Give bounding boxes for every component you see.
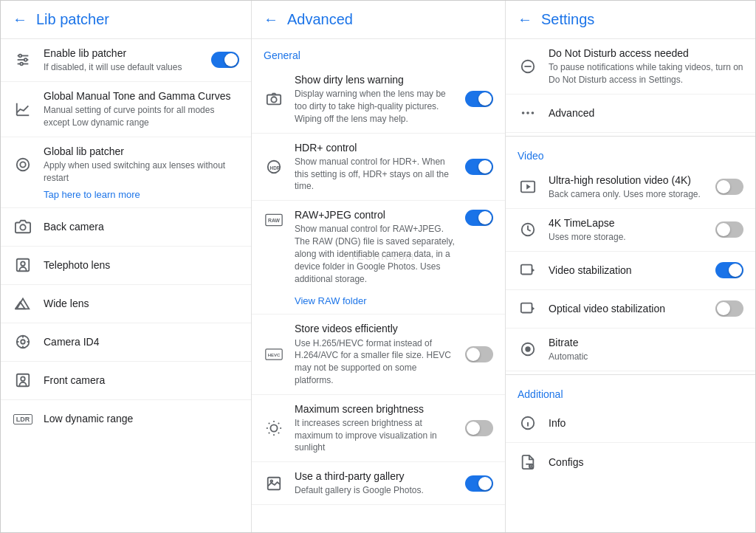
right-video-section: Video xyxy=(506,140,755,166)
wide-lens-text: Wide lens xyxy=(44,297,239,310)
store-videos-toggle[interactable] xyxy=(465,346,493,362)
minus-circle-icon xyxy=(518,56,538,77)
global-manual-tone-desc: Manual setting of curve points for all m… xyxy=(44,104,239,129)
portrait2-icon xyxy=(13,370,33,391)
dirty-lens-desc: Display warning when the lens may be too… xyxy=(295,88,458,125)
hdr-control-row[interactable]: HDR HDR+ control Show manual control for… xyxy=(252,134,505,202)
info-title: Info xyxy=(549,416,743,430)
svg-point-12 xyxy=(21,261,25,266)
raw-jpeg-row[interactable]: RAW RAW+JPEG control Show manual control… xyxy=(252,201,505,292)
raw-jpeg-text: RAW+JPEG control Show manual control for… xyxy=(295,208,458,285)
bitrate-row[interactable]: Bitrate Automatic xyxy=(506,329,755,371)
tap-to-learn-more-link[interactable]: Tap here to learn more xyxy=(1,185,251,208)
camera-id4-title: Camera ID4 xyxy=(44,335,239,348)
svg-line-34 xyxy=(269,423,269,424)
global-manual-tone-text: Global Manual Tone and Gamma Curves Manu… xyxy=(44,89,239,129)
max-brightness-text: Maximum screen brightness It increases s… xyxy=(295,402,458,455)
global-manual-tone-title: Global Manual Tone and Gamma Curves xyxy=(44,89,239,103)
do-not-disturb-row[interactable]: Do Not Disturb access needed To pause no… xyxy=(506,39,755,94)
hdr-control-text: HDR+ control Show manual control for HDR… xyxy=(295,141,458,193)
wide-lens-row[interactable]: Wide lens xyxy=(1,285,251,323)
configs-row[interactable]: Configs xyxy=(506,443,755,481)
svg-point-24 xyxy=(271,97,276,103)
store-videos-title: Store videos efficiently xyxy=(295,322,458,335)
raw-jpeg-toggle[interactable] xyxy=(465,210,493,226)
video-stabilization-toggle[interactable] xyxy=(715,262,743,278)
svg-point-45 xyxy=(526,111,529,114)
third-party-gallery-text: Use a third-party gallery Default galler… xyxy=(295,470,458,497)
dirty-lens-row[interactable]: Show dirty lens warning Display warning … xyxy=(252,66,505,134)
svg-point-9 xyxy=(20,162,25,167)
advanced-text: Advanced xyxy=(549,106,743,120)
svg-point-44 xyxy=(522,111,525,114)
sliders-icon xyxy=(13,49,33,70)
back-camera-text: Back camera xyxy=(44,220,239,233)
svg-rect-52 xyxy=(521,303,532,313)
video-stab-icon xyxy=(518,260,538,281)
info-row[interactable]: Info xyxy=(506,405,755,443)
configs-text: Configs xyxy=(549,455,743,469)
dirty-lens-toggle[interactable] xyxy=(465,91,493,107)
settings-circle-icon xyxy=(13,331,33,352)
low-dynamic-range-title: Low dynamic range xyxy=(44,412,239,425)
hdr-control-toggle[interactable] xyxy=(465,159,493,175)
view-raw-folder-link[interactable]: View RAW folder xyxy=(252,292,505,314)
right-back-button[interactable]: ← xyxy=(518,11,532,28)
optical-video-stab-text: Optical video stabilization xyxy=(549,302,708,315)
do-not-disturb-title: Do Not Disturb access needed xyxy=(549,47,743,60)
camera-icon xyxy=(13,216,33,237)
info-text: Info xyxy=(549,416,743,430)
svg-point-46 xyxy=(532,111,535,114)
max-brightness-title: Maximum screen brightness xyxy=(295,402,458,416)
svg-point-8 xyxy=(17,158,30,171)
video-frame-icon xyxy=(518,176,538,197)
max-brightness-row[interactable]: Maximum screen brightness It increases s… xyxy=(252,395,505,463)
uhd-4k-toggle[interactable] xyxy=(715,179,743,195)
info-circle-icon xyxy=(518,413,538,433)
third-party-gallery-toggle[interactable] xyxy=(465,475,493,492)
global-manual-tone-row[interactable]: Global Manual Tone and Gamma Curves Manu… xyxy=(1,82,251,137)
4k-timelapse-row[interactable]: 4K TimeLapse Uses more storage. xyxy=(506,209,755,252)
max-brightness-toggle[interactable] xyxy=(465,420,493,436)
front-camera-row[interactable]: Front camera xyxy=(1,362,251,400)
camera-id4-row[interactable]: Camera ID4 xyxy=(1,323,251,362)
4k-timelapse-desc: Uses more storage. xyxy=(549,231,708,244)
telephoto-lens-row[interactable]: Telephoto lens xyxy=(1,247,251,285)
video-stabilization-row[interactable]: Video stabilization xyxy=(506,252,755,290)
4k-timelapse-toggle[interactable] xyxy=(715,221,743,238)
optical-video-stab-toggle[interactable] xyxy=(715,300,743,317)
advanced-row[interactable]: Advanced xyxy=(506,94,755,133)
svg-point-31 xyxy=(270,424,277,431)
optical-video-stab-row[interactable]: Optical video stabilization xyxy=(506,290,755,329)
config-file-icon xyxy=(518,452,538,472)
raw-badge-icon: RAW xyxy=(264,210,284,230)
store-videos-row[interactable]: HEVC Store videos efficiently Use H.265/… xyxy=(252,314,505,394)
svg-marker-53 xyxy=(532,307,535,312)
global-lib-patcher-text: Global lib patcher Apply when used switc… xyxy=(44,145,239,185)
left-back-button[interactable]: ← xyxy=(13,11,27,28)
enable-lib-patcher-toggle[interactable] xyxy=(211,52,239,68)
uhd-4k-row[interactable]: Ultra-high resolution video (4K) Back ca… xyxy=(506,166,755,209)
third-party-gallery-row[interactable]: Use a third-party gallery Default galler… xyxy=(252,462,505,505)
bitrate-title: Bitrate xyxy=(549,336,743,349)
wide-lens-title: Wide lens xyxy=(44,297,239,310)
third-party-gallery-desc: Default gallery is Google Photos. xyxy=(295,484,458,497)
trend-icon xyxy=(13,99,33,120)
telephoto-lens-text: Telephoto lens xyxy=(44,258,239,272)
video-stabilization-text: Video stabilization xyxy=(549,264,708,277)
low-dynamic-range-row[interactable]: LDR Low dynamic range xyxy=(1,400,251,439)
enable-lib-patcher-row[interactable]: Enable lib patcher If disabled, it will … xyxy=(1,39,251,82)
back-camera-row[interactable]: Back camera xyxy=(1,208,251,247)
svg-point-41 xyxy=(270,480,272,482)
timelapse-icon xyxy=(518,219,538,240)
4k-timelapse-title: 4K TimeLapse xyxy=(549,216,708,230)
svg-rect-50 xyxy=(521,265,532,275)
front-camera-text: Front camera xyxy=(44,374,239,387)
global-lib-patcher-desc: Apply when used switching aux lenses wit… xyxy=(44,159,239,185)
global-lib-patcher-row[interactable]: Global lib patcher Apply when used switc… xyxy=(1,137,251,185)
raw-jpeg-desc: Show manual control for RAW+JPEG. The RA… xyxy=(295,223,458,285)
mid-back-button[interactable]: ← xyxy=(264,11,278,28)
svg-point-16 xyxy=(21,340,25,344)
mid-header: ← Advanced xyxy=(252,1,505,39)
hdr-control-title: HDR+ control xyxy=(295,141,458,154)
